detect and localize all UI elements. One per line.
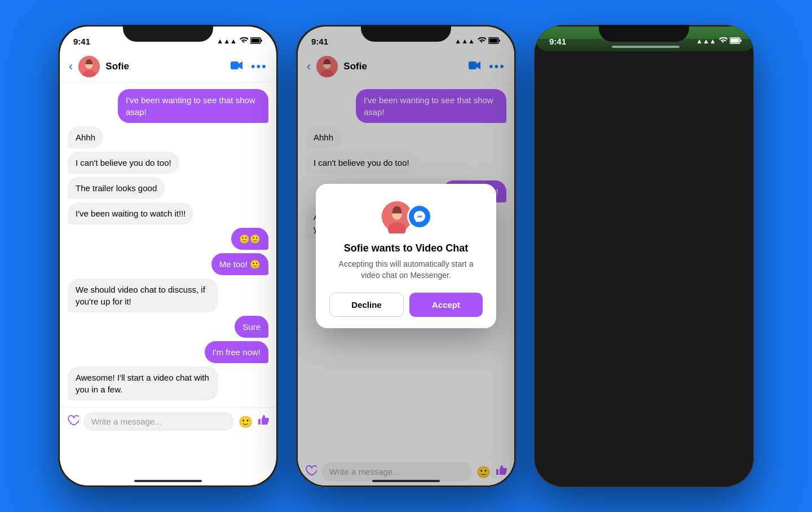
- avatar-1: [78, 56, 100, 77]
- notch-3: [599, 25, 689, 42]
- message-list-1: I've been wanting to see that show asap!…: [60, 82, 276, 407]
- msg-recv-2: I can't believe you do too!: [68, 152, 179, 174]
- svg-rect-20: [731, 38, 739, 42]
- signal-icon-1: ▲▲▲: [217, 37, 237, 45]
- msg-sent-2: 🙂🙂: [231, 228, 268, 250]
- status-icons-1: ▲▲▲: [217, 37, 263, 46]
- msg-sent-5: I'm free now!: [205, 341, 268, 363]
- msg-sent-3: Me too! 🙂: [211, 253, 268, 275]
- status-time-1: 9:41: [73, 37, 90, 46]
- battery-icon-1: [250, 37, 263, 46]
- modal-overlay: Sofie wants to Video Chat Accepting this…: [298, 27, 514, 485]
- messenger-icon: [407, 204, 432, 229]
- message-input-1[interactable]: Write a message...: [83, 412, 234, 431]
- svg-rect-6: [231, 61, 239, 69]
- msg-recv-6: Awesome! I'll start a video chat with yo…: [68, 367, 218, 400]
- svg-rect-2: [261, 39, 262, 42]
- svg-rect-21: [740, 39, 742, 42]
- modal-avatars: [329, 200, 483, 233]
- heart-icon-1[interactable]: [67, 414, 79, 429]
- contact-name-1: Sofie: [105, 61, 225, 72]
- notch-1: [123, 25, 213, 42]
- battery-icon-3: [730, 37, 742, 46]
- msg-sent-1: I've been wanting to see that show asap!: [118, 89, 268, 123]
- more-icon-1[interactable]: •••: [251, 59, 267, 74]
- chat-header-1: ‹ Sofie •••: [60, 51, 276, 82]
- back-button-1[interactable]: ‹: [69, 59, 73, 74]
- msg-recv-4: I've been waiting to watch it!!!: [68, 202, 193, 224]
- msg-recv-3: The trailer looks good: [68, 177, 165, 199]
- status-time-3: 9:41: [549, 37, 566, 46]
- svg-marker-7: [239, 61, 242, 69]
- header-actions-1: •••: [231, 59, 267, 74]
- phone-1: 9:41 ▲▲▲ ‹ Sofie: [58, 25, 278, 487]
- like-icon-1[interactable]: [257, 414, 270, 429]
- modal-buttons: Decline Accept: [329, 293, 483, 317]
- signal-icon-3: ▲▲▲: [696, 37, 716, 45]
- home-indicator-1: [134, 480, 202, 482]
- decline-button[interactable]: Decline: [329, 293, 404, 317]
- msg-recv-5: We should video chat to discuss, if you'…: [68, 279, 218, 312]
- modal-title: Sofie wants to Video Chat: [329, 242, 483, 254]
- phone-3: 9:41 ▲▲▲: [534, 25, 754, 487]
- svg-rect-1: [251, 38, 260, 42]
- accept-button[interactable]: Accept: [409, 293, 483, 317]
- chat-input-bar-1: Write a message... 🙂: [60, 407, 276, 435]
- msg-sent-4: Sure: [235, 316, 268, 338]
- video-chat-modal: Sofie wants to Video Chat Accepting this…: [316, 184, 496, 328]
- emoji-icon-1[interactable]: 🙂: [239, 415, 253, 429]
- msg-recv-1: Ahhh: [68, 126, 103, 148]
- status-icons-3: ▲▲▲: [696, 37, 742, 46]
- modal-description: Accepting this will automatically start …: [329, 259, 483, 281]
- wifi-icon-3: [718, 37, 727, 46]
- wifi-icon-1: [239, 37, 248, 46]
- phone-2: 9:41 ▲▲▲ ‹ Sofie: [296, 25, 516, 487]
- video-call-icon-1[interactable]: [231, 61, 243, 73]
